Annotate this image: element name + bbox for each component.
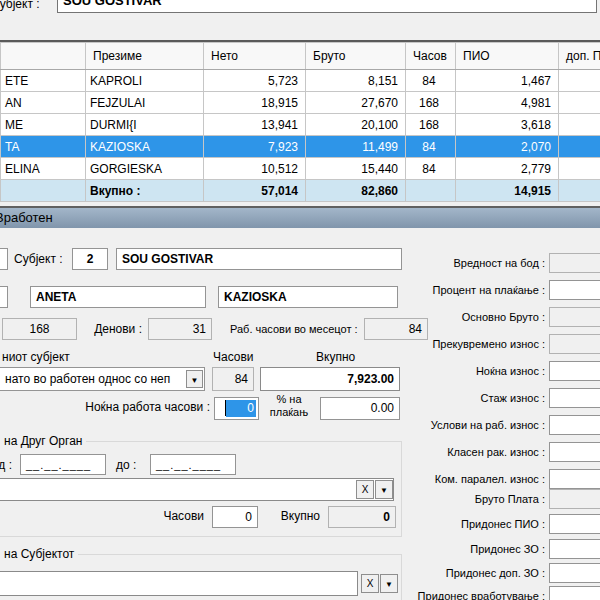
payment-percent-field[interactable] bbox=[549, 280, 600, 300]
additional-health-contribution-label: Придонес доп. ЗО : bbox=[385, 563, 545, 583]
cell-pio[interactable]: 2,070 bbox=[456, 136, 559, 158]
cell-neto[interactable]: 18,915 bbox=[204, 92, 306, 114]
days-field[interactable]: 31 bbox=[148, 318, 212, 340]
base-gross-field bbox=[549, 307, 600, 327]
subject-work-clear-button[interactable]: X bbox=[361, 574, 379, 593]
subject-work-combobox[interactable] bbox=[0, 571, 358, 596]
clipped-field-left-b[interactable] bbox=[0, 286, 8, 308]
month-hours-label: Раб. часови во месецот : bbox=[230, 323, 358, 335]
subject-code-field[interactable]: 2 bbox=[72, 248, 108, 270]
cell-firstname[interactable]: ELINA bbox=[1, 158, 86, 180]
cell-pio[interactable]: 4,981 bbox=[456, 92, 559, 114]
cell-neto[interactable]: 10,512 bbox=[204, 158, 306, 180]
cell-dop-pio[interactable] bbox=[559, 114, 600, 136]
table-row-selected[interactable]: TA KAZIOSKA 7,923 11,499 84 2,070 bbox=[1, 136, 600, 158]
cell-dop-pio[interactable] bbox=[559, 158, 600, 180]
cell-surname[interactable]: DURMI{I bbox=[86, 114, 204, 136]
cell-hours[interactable]: 84 bbox=[406, 70, 456, 92]
cell-hours[interactable]: 168 bbox=[406, 92, 456, 114]
seniority-amount-field[interactable] bbox=[549, 388, 600, 408]
committee-parallel-amount-field[interactable] bbox=[549, 469, 600, 489]
cell-firstname[interactable]: TA bbox=[1, 136, 86, 158]
last-name-field[interactable]: KAZIOSKA bbox=[218, 286, 398, 308]
col-firstname[interactable] bbox=[1, 43, 86, 70]
hours-column-label: Часови bbox=[213, 350, 254, 364]
employee-window-titlebar[interactable]: Вработен bbox=[0, 206, 600, 228]
night-hours-field[interactable]: 0 bbox=[214, 397, 259, 420]
gross-salary-field bbox=[549, 489, 600, 509]
col-hours[interactable]: Часов bbox=[406, 43, 456, 70]
date-to-field[interactable]: __.__.____ bbox=[150, 454, 236, 475]
cell-bruto[interactable]: 27,670 bbox=[306, 92, 406, 114]
partial-subject-label: ниот субјект bbox=[2, 350, 70, 364]
days-label: Денови : bbox=[85, 322, 142, 336]
subject-name-field[interactable]: SOU GOSTIVAR bbox=[116, 248, 402, 270]
col-pio[interactable]: ПИО bbox=[456, 43, 559, 70]
col-surname[interactable]: Презиме bbox=[86, 43, 204, 70]
totals-row: Вкупно : 57,014 82,860 14,915 bbox=[1, 180, 600, 202]
col-bruto[interactable]: Бруто bbox=[306, 43, 406, 70]
health-contribution-label: Придонес ЗО : bbox=[385, 539, 545, 559]
table-row[interactable]: ELINA GORGIESKA 10,512 15,440 84 2,779 bbox=[1, 158, 600, 180]
cell-bruto[interactable]: 11,499 bbox=[306, 136, 406, 158]
close-icon: X bbox=[367, 578, 374, 589]
class-leader-amount-field[interactable] bbox=[549, 442, 600, 462]
additional-health-contribution-field[interactable] bbox=[549, 563, 600, 583]
total-bruto: 82,860 bbox=[306, 180, 406, 202]
cell-firstname[interactable]: ETE bbox=[1, 70, 86, 92]
total-label: Вкупно : bbox=[86, 180, 204, 202]
work-relation-combobox[interactable]: нато во работен однос со неп bbox=[0, 367, 205, 391]
point-value-field bbox=[549, 253, 600, 273]
pension-contribution-field[interactable] bbox=[549, 514, 600, 534]
cell-bruto[interactable]: 15,440 bbox=[306, 158, 406, 180]
class-leader-amount-label: Класен рак. износ : bbox=[385, 442, 545, 462]
date-from-field[interactable]: __.__.____ bbox=[20, 454, 106, 475]
col-neto[interactable]: Нето bbox=[204, 43, 306, 70]
overtime-amount-label: Прекувремено износ : bbox=[385, 334, 545, 354]
total-hours bbox=[406, 180, 456, 202]
cell-surname[interactable]: KAZIOSKA bbox=[86, 136, 204, 158]
table-row[interactable]: ETE KAPROLI 5,723 8,151 84 1,467 bbox=[1, 70, 600, 92]
work-relation-dropdown-button[interactable]: ▼ bbox=[186, 370, 203, 388]
top-subject-name-field[interactable]: SOU GOSTIVAR bbox=[57, 0, 597, 13]
clipped-field-left-a[interactable] bbox=[0, 248, 8, 270]
cell-neto[interactable]: 5,723 bbox=[204, 70, 306, 92]
cell-bruto[interactable]: 8,151 bbox=[306, 70, 406, 92]
cell-hours[interactable]: 84 bbox=[406, 158, 456, 180]
relation-hours-field[interactable]: 84 bbox=[212, 367, 254, 391]
hours-168-field[interactable]: 168 bbox=[2, 318, 77, 340]
total-pio: 14,915 bbox=[456, 180, 559, 202]
cell-neto[interactable]: 13,941 bbox=[204, 114, 306, 136]
other-organ-clear-button[interactable]: X bbox=[356, 480, 374, 499]
committee-parallel-amount-label: Ком. паралел. износ : bbox=[385, 469, 545, 489]
cell-dop-pio[interactable] bbox=[559, 70, 600, 92]
other-organ-hours-field[interactable]: 0 bbox=[212, 506, 258, 528]
pension-contribution-label: Придонес ПИО : bbox=[385, 514, 545, 534]
selected-text: 0 bbox=[226, 400, 256, 417]
cell-surname[interactable]: GORGIESKA bbox=[86, 158, 204, 180]
col-dop-pio[interactable]: доп. ПИО bbox=[559, 43, 600, 70]
cell-hours[interactable]: 168 bbox=[406, 114, 456, 136]
work-conditions-amount-field[interactable] bbox=[549, 415, 600, 435]
cell-surname[interactable]: FEJZULAI bbox=[86, 92, 204, 114]
cell-firstname[interactable]: ME bbox=[1, 114, 86, 136]
cell-dop-pio[interactable] bbox=[559, 136, 600, 158]
cell-pio[interactable]: 2,779 bbox=[456, 158, 559, 180]
night-amount-field[interactable] bbox=[549, 361, 600, 381]
table-row[interactable]: ME DURMI{I 13,941 20,100 168 3,618 bbox=[1, 114, 600, 136]
cell-neto[interactable]: 7,923 bbox=[204, 136, 306, 158]
cell-surname[interactable]: KAPROLI bbox=[86, 70, 204, 92]
cell-pio[interactable]: 1,467 bbox=[456, 70, 559, 92]
other-organ-combobox[interactable] bbox=[0, 478, 394, 501]
cell-pio[interactable]: 3,618 bbox=[456, 114, 559, 136]
table-row[interactable]: AN FEJZULAI 18,915 27,670 168 4,981 bbox=[1, 92, 600, 114]
cell-bruto[interactable]: 20,100 bbox=[306, 114, 406, 136]
employment-contribution-field[interactable] bbox=[549, 586, 600, 600]
text-caret bbox=[225, 400, 226, 416]
cell-dop-pio[interactable] bbox=[559, 92, 600, 114]
cell-hours[interactable]: 84 bbox=[406, 136, 456, 158]
health-contribution-field[interactable] bbox=[549, 539, 600, 559]
payroll-app-window: Субјект : SOU GOSTIVAR Презиме Нето Брут… bbox=[0, 0, 600, 600]
cell-firstname[interactable]: AN bbox=[1, 92, 86, 114]
first-name-field[interactable]: ANETA bbox=[30, 286, 206, 308]
